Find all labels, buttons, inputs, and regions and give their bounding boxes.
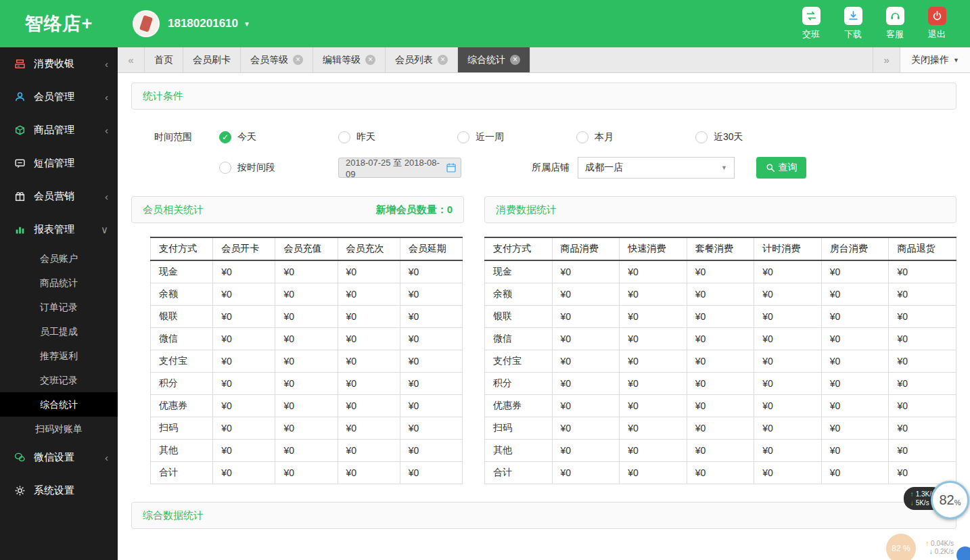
cell-value: ¥0 <box>213 350 275 373</box>
date-range-input[interactable]: 2018-07-25 至 2018-08-09 <box>338 158 461 178</box>
member-stats-panel: 新增会员数量：0 会员相关统计 支付方式会员开卡会员充值会员充次会员延期 现金¥… <box>131 196 464 484</box>
tab-3[interactable]: 编辑等级× <box>313 47 386 72</box>
sidebar-item-label: 报表管理 <box>34 223 101 236</box>
time-filter-row: 时间范围 ✓今天昨天近一周本月近30天 <box>131 131 956 143</box>
cell-value: ¥0 <box>754 306 822 328</box>
table-row: 银联¥0¥0¥0¥0 <box>151 306 463 328</box>
monitor-percent-unit: % <box>954 498 961 507</box>
support-button[interactable]: 客服 <box>874 7 916 41</box>
radio-option-2[interactable]: 近一周 <box>457 131 576 143</box>
bar-chart-icon <box>14 224 26 236</box>
cell-value: ¥0 <box>338 260 400 283</box>
sidebar-subitem-2[interactable]: 订单记录 <box>0 295 118 319</box>
sidebar-item-settings[interactable]: 系统设置 ‹ <box>0 474 118 507</box>
tab-close-icon[interactable]: × <box>438 55 448 65</box>
cell-value: ¥0 <box>620 260 687 283</box>
sidebar-item-members[interactable]: 会员管理 ‹ <box>0 80 118 114</box>
sidebar-subitem-3[interactable]: 员工提成 <box>0 319 118 344</box>
consume-stats-table: 支付方式商品消费快速消费套餐消费计时消费房台消费商品退货 现金¥0¥0¥0¥0¥… <box>484 237 956 484</box>
radio-label: 近一周 <box>476 131 504 143</box>
radio-option-3[interactable]: 本月 <box>576 131 695 143</box>
tabs-scroll-right-button[interactable]: » <box>873 47 900 72</box>
corner-percent-badge[interactable]: 82 % <box>886 534 916 560</box>
sidebar-item-label: 微信设置 <box>34 451 105 464</box>
sidebar-subitem-0[interactable]: 会员账户 <box>0 246 118 271</box>
sidebar-subitem-6[interactable]: 综合统计 <box>0 392 118 417</box>
search-button[interactable]: 查询 <box>756 157 806 179</box>
cell-value: ¥0 <box>687 395 754 417</box>
row-label: 银联 <box>485 306 553 328</box>
radio-option-1[interactable]: 昨天 <box>338 131 457 143</box>
sidebar-subitem-4[interactable]: 推荐返利 <box>0 344 118 368</box>
cell-value: ¥0 <box>620 328 687 350</box>
logout-button[interactable]: 退出 <box>916 7 958 41</box>
tab-close-icon[interactable]: × <box>510 55 520 65</box>
table-header-row: 支付方式商品消费快速消费套餐消费计时消费房台消费商品退货 <box>485 237 956 260</box>
store-select[interactable]: 成都一店 ▼ <box>578 157 735 179</box>
tabs-scroll-left-button[interactable]: « <box>118 47 145 72</box>
cell-value: ¥0 <box>400 260 462 283</box>
corner-download-speed: ↓ 0.2K/s <box>925 548 954 556</box>
sidebar-item-sms[interactable]: 短信管理 ‹ <box>0 147 118 180</box>
store-select-value: 成都一店 <box>585 162 623 174</box>
sidebar-item-reports[interactable]: 报表管理 ∨ <box>0 213 118 246</box>
cell-value: ¥0 <box>620 395 687 417</box>
account-dropdown[interactable]: 18180201610 ▼ <box>168 17 250 30</box>
row-label: 其他 <box>151 440 213 462</box>
sidebar-subitem-5[interactable]: 交班记录 <box>0 368 118 392</box>
cell-value: ¥0 <box>620 306 687 328</box>
cell-value: ¥0 <box>889 440 956 462</box>
cell-value: ¥0 <box>821 395 889 417</box>
avatar[interactable] <box>133 10 160 37</box>
table-row: 银联¥0¥0¥0¥0¥0¥0 <box>485 306 956 328</box>
action-label: 下载 <box>844 28 862 41</box>
column-header: 计时消费 <box>754 237 822 260</box>
cell-value: ¥0 <box>275 283 338 306</box>
radio-option-4[interactable]: 近30天 <box>695 131 814 143</box>
power-icon <box>928 7 946 25</box>
shift-change-button[interactable]: 交班 <box>790 7 832 41</box>
radio-option-0[interactable]: ✓今天 <box>219 131 338 143</box>
action-label: 交班 <box>802 28 820 41</box>
sidebar-subitem-7[interactable]: 扫码对账单 <box>0 417 118 441</box>
cell-value: ¥0 <box>400 395 462 417</box>
cell-value: ¥0 <box>275 395 338 417</box>
tab-1[interactable]: 会员刷卡 <box>183 47 241 72</box>
tab-0[interactable]: 首页 <box>145 47 183 72</box>
table-row: 优惠券¥0¥0¥0¥0 <box>151 395 463 417</box>
tab-close-icon[interactable]: × <box>293 55 303 65</box>
date-range-value: 2018-07-25 至 2018-08-09 <box>346 157 446 179</box>
radio-custom-range[interactable]: 按时间段 <box>219 162 338 174</box>
cell-value: ¥0 <box>213 328 275 350</box>
cell-value: ¥0 <box>213 373 275 395</box>
tab-2[interactable]: 会员等级× <box>241 47 313 72</box>
tab-4[interactable]: 会员列表× <box>386 47 458 72</box>
sidebar-item-goods[interactable]: 商品管理 ‹ <box>0 114 118 147</box>
statistics-row: 新增会员数量：0 会员相关统计 支付方式会员开卡会员充值会员充次会员延期 现金¥… <box>131 196 956 484</box>
cell-value: ¥0 <box>754 440 822 462</box>
radio-label: 今天 <box>237 131 256 143</box>
close-operations-dropdown[interactable]: 关闭操作 ▼ <box>900 47 970 72</box>
sidebar-item-cashier[interactable]: 消费收银 ‹ <box>0 47 118 80</box>
tab-close-icon[interactable]: × <box>365 55 375 65</box>
close-operations-label: 关闭操作 <box>911 54 949 66</box>
table-row: 微信¥0¥0¥0¥0¥0¥0 <box>485 328 956 350</box>
chevron-down-icon: ∨ <box>101 224 108 236</box>
corner-download-value: 0.2K/s <box>935 548 954 555</box>
monitor-percent-badge[interactable]: 82% <box>931 481 969 519</box>
tab-label: 编辑等级 <box>323 54 361 66</box>
table-row: 其他¥0¥0¥0¥0¥0¥0 <box>485 440 956 462</box>
floating-assistant-button[interactable] <box>956 546 970 560</box>
goods-icon <box>14 124 26 137</box>
sidebar-item-wechat[interactable]: 微信设置 ‹ <box>0 441 118 474</box>
sidebar-subitem-1[interactable]: 商品统计 <box>0 271 118 295</box>
cell-value: ¥0 <box>821 350 889 373</box>
table-row: 支付宝¥0¥0¥0¥0¥0¥0 <box>485 350 956 373</box>
sidebar-item-marketing[interactable]: 会员营销 ‹ <box>0 180 118 213</box>
cell-value: ¥0 <box>889 283 956 306</box>
cell-value: ¥0 <box>889 306 956 328</box>
chevron-left-icon: ‹ <box>105 452 108 463</box>
sidebar-item-label: 会员营销 <box>34 190 105 203</box>
tab-5[interactable]: 综合统计× <box>458 47 530 72</box>
download-button[interactable]: 下载 <box>832 7 874 41</box>
